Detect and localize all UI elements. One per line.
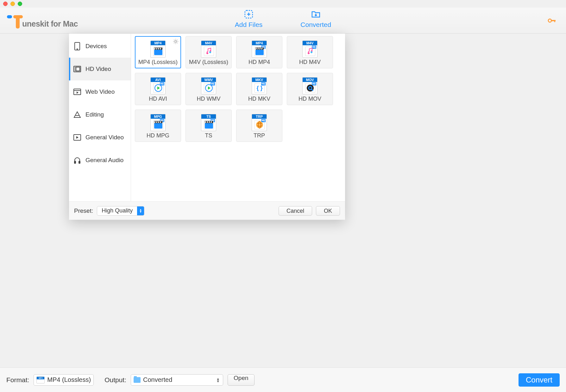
svg-text:{ }: { }: [256, 85, 262, 91]
format-tile-hd-avi[interactable]: AVIHDHD AVI: [135, 73, 181, 105]
maximize-window-button[interactable]: [18, 2, 22, 6]
output-value: Converted: [143, 376, 172, 383]
folder-icon: [134, 377, 141, 383]
general-video-icon: [73, 134, 81, 141]
svg-rect-25: [79, 161, 80, 163]
web-video-icon: [73, 88, 81, 96]
file-icon: MP4: [150, 41, 166, 58]
sidebar-item-general-audio[interactable]: General Audio: [69, 149, 131, 172]
format-selection-modal: Devices HD Video Web Video Editing: [69, 34, 345, 220]
preset-select[interactable]: High Quality ▲▼: [97, 206, 144, 216]
format-label: M4V (Lossless): [189, 59, 228, 66]
output-select[interactable]: Converted ▲▼: [131, 374, 223, 386]
svg-point-13: [75, 67, 75, 68]
format-tile-hd-mp4[interactable]: MP4HDHD MP4: [236, 36, 282, 68]
converted-button[interactable]: Converted: [300, 9, 331, 28]
format-label: MP4 (Lossless): [138, 59, 178, 66]
gear-icon[interactable]: [173, 39, 179, 46]
format-sidebar: Devices HD Video Web Video Editing: [69, 34, 131, 201]
format-grid: MP4MP4 (Lossless)M4VM4V (Lossless)MP4HDH…: [131, 34, 345, 201]
svg-rect-16: [76, 67, 80, 71]
sidebar-item-hd-video[interactable]: HD Video: [69, 58, 131, 80]
svg-point-41: [308, 52, 310, 54]
file-icon: MPGHD: [150, 114, 166, 131]
svg-rect-2: [16, 15, 20, 28]
chevron-updown-icon: ▲▼: [216, 377, 220, 383]
window-chrome: [0, 0, 566, 8]
svg-marker-20: [74, 112, 80, 117]
folder-icon: [311, 9, 321, 19]
sidebar-item-web-video[interactable]: Web Video: [69, 80, 131, 103]
format-tile-trp[interactable]: TRPHDTRP: [236, 110, 282, 142]
format-tile-hd-m4v[interactable]: M4VHDHD M4V: [287, 36, 333, 68]
logo-text: uneskit for Mac: [22, 19, 78, 28]
format-tile-ts[interactable]: TSHDTS: [186, 110, 232, 142]
modal-footer: Preset: High Quality ▲▼ Cancel OK: [69, 201, 345, 220]
format-label: HD MP4: [248, 59, 270, 66]
format-tile-hd-mov[interactable]: MOVHDHD MOV: [287, 73, 333, 105]
file-icon: MP4HD: [252, 41, 267, 58]
svg-point-62: [256, 121, 263, 128]
output-label: Output:: [104, 376, 126, 384]
svg-point-33: [206, 52, 208, 54]
sidebar-item-label: Web Video: [85, 88, 115, 95]
format-tile-hd-mkv[interactable]: MKVHD{ }HD MKV: [236, 73, 282, 105]
sidebar-item-general-video[interactable]: General Video: [69, 126, 131, 149]
format-tile-hd-wmv[interactable]: WMVHDHD WMV: [186, 73, 232, 105]
format-label: HD WMV: [197, 96, 221, 102]
svg-marker-46: [208, 86, 211, 90]
add-files-button[interactable]: Add Files: [235, 9, 263, 28]
format-file-icon: MP4: [36, 376, 45, 383]
app-logo: uneskit for Mac: [7, 9, 78, 28]
format-label: HD MKV: [248, 96, 270, 102]
device-icon: [73, 42, 81, 50]
format-select[interactable]: MP4 MP4 (Lossless): [34, 374, 94, 386]
sidebar-item-label: General Audio: [85, 157, 123, 164]
svg-rect-56: [205, 123, 213, 129]
sidebar-item-label: Devices: [85, 43, 107, 50]
svg-point-26: [175, 41, 177, 42]
key-icon[interactable]: [547, 16, 557, 27]
bottom-bar: Format: MP4 MP4 (Lossless) Output: Conve…: [0, 367, 566, 392]
svg-marker-44: [157, 86, 160, 90]
close-window-button[interactable]: [3, 2, 8, 6]
svg-point-15: [75, 71, 75, 71]
convert-button[interactable]: Convert: [519, 373, 560, 387]
svg-point-14: [75, 69, 75, 69]
format-label: HD MPG: [147, 132, 169, 139]
minimize-window-button[interactable]: [10, 2, 15, 6]
format-tile-hd-mpg[interactable]: MPGHDHD MPG: [135, 110, 181, 142]
file-icon: M4VHD: [302, 41, 318, 58]
editing-icon: [73, 111, 81, 118]
sidebar-item-devices[interactable]: Devices: [69, 35, 131, 58]
svg-rect-17: [74, 89, 81, 95]
sidebar-item-label: General Video: [85, 134, 124, 141]
preset-value: High Quality: [97, 207, 137, 214]
open-button[interactable]: Open: [228, 374, 254, 386]
format-value: MP4 (Lossless): [47, 376, 91, 383]
format-label: HD AVI: [149, 96, 167, 102]
sidebar-item-editing[interactable]: Editing: [69, 103, 131, 126]
add-files-label: Add Files: [235, 21, 263, 28]
svg-rect-27: [154, 50, 162, 55]
format-label: HD MOV: [299, 96, 321, 102]
file-icon: M4V: [201, 41, 216, 58]
converted-label: Converted: [300, 21, 331, 28]
svg-rect-9: [554, 20, 555, 22]
svg-marker-19: [77, 92, 79, 94]
svg-point-42: [311, 51, 312, 53]
add-files-icon: [244, 9, 254, 19]
format-tile-m4v-lossless-[interactable]: M4VM4V (Lossless): [186, 36, 232, 68]
file-icon: MOVHD: [302, 77, 318, 94]
svg-rect-50: [154, 123, 162, 129]
sidebar-item-label: HD Video: [85, 66, 111, 73]
chevron-updown-icon: ▲▼: [137, 206, 144, 216]
format-label: Format:: [6, 376, 29, 384]
ok-button[interactable]: OK: [316, 206, 340, 216]
svg-point-34: [209, 51, 211, 53]
headphones-icon: [73, 156, 81, 164]
preset-label: Preset:: [74, 207, 93, 214]
file-icon: WMVHD: [201, 77, 216, 94]
format-tile-mp4-lossless-[interactable]: MP4MP4 (Lossless): [135, 36, 181, 68]
cancel-button[interactable]: Cancel: [279, 206, 312, 216]
